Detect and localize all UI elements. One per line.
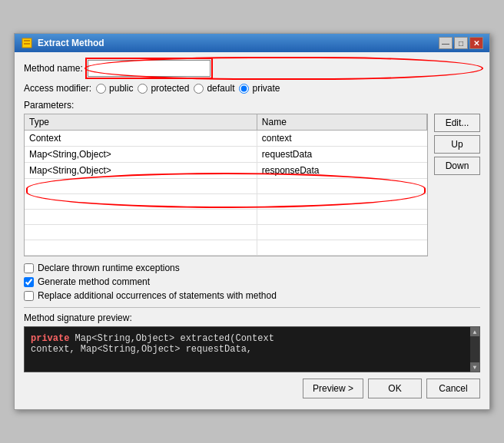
generate-comment-checkbox[interactable] <box>24 277 34 287</box>
row1-type: Context <box>25 131 257 147</box>
declare-exceptions-row: Declare thrown runtime exceptions <box>24 263 480 273</box>
svg-rect-2 <box>24 43 30 45</box>
up-button[interactable]: Up <box>434 135 480 154</box>
down-button[interactable]: Down <box>434 157 480 175</box>
cancel-button[interactable]: Cancel <box>426 379 480 398</box>
row2-type: Map<String,Object> <box>25 147 257 163</box>
table-side-buttons: Edit... Up Down <box>434 114 480 256</box>
table-row[interactable]: Map<String,Object> responseData <box>25 163 427 179</box>
ok-button[interactable]: OK <box>368 379 422 398</box>
preview-button[interactable]: Preview > <box>303 379 363 398</box>
access-protected-radio[interactable] <box>138 84 148 94</box>
signature-line1-rest: Map<String,Object> extracted(Context <box>69 333 274 344</box>
scroll-up-arrow[interactable]: ▲ <box>470 327 479 336</box>
table-row-empty <box>25 179 427 194</box>
access-public-option[interactable]: public <box>96 83 133 94</box>
name-column-header: Name <box>257 114 426 131</box>
row2-name: requestData <box>257 147 426 163</box>
method-name-input[interactable] <box>88 60 211 77</box>
title-button-group: — □ ✕ <box>439 37 483 49</box>
table-row-empty <box>25 240 427 256</box>
dialog-icon <box>21 37 33 49</box>
access-private-label: private <box>252 83 280 94</box>
declare-exceptions-checkbox[interactable] <box>24 263 34 273</box>
dialog-title: Extract Method <box>38 38 104 48</box>
minimize-button[interactable]: — <box>439 37 453 49</box>
generate-comment-row: Generate method comment <box>24 276 480 287</box>
access-modifier-label: Access modifier: <box>24 83 91 94</box>
access-private-option[interactable]: private <box>239 83 280 94</box>
row1-name: context <box>257 131 426 147</box>
signature-scrollbar[interactable]: ▲ ▼ <box>470 327 479 372</box>
svg-rect-1 <box>24 40 30 41</box>
type-column-header: Type <box>25 114 257 131</box>
divider <box>24 307 480 308</box>
access-public-radio[interactable] <box>96 84 106 94</box>
maximize-button[interactable]: □ <box>454 37 468 49</box>
generate-comment-label[interactable]: Generate method comment <box>38 276 150 287</box>
table-row[interactable]: Context context <box>25 131 427 147</box>
signature-line2: context, Map<String,Object> requestData, <box>31 344 473 355</box>
title-bar[interactable]: Extract Method — □ ✕ <box>15 34 489 52</box>
signature-line1: private Map<String,Object> extracted(Con… <box>31 333 473 344</box>
access-default-label: default <box>207 83 234 94</box>
dialog-body: Method name: Access modifier: public pro… <box>15 52 489 409</box>
close-button[interactable]: ✕ <box>469 37 483 49</box>
access-protected-option[interactable]: protected <box>138 83 189 94</box>
table-row-empty <box>25 194 427 210</box>
signature-label: Method signature preview: <box>24 312 480 323</box>
table-row-empty <box>25 210 427 225</box>
replace-occurrences-label[interactable]: Replace additional occurrences of statem… <box>38 290 277 301</box>
replace-occurrences-row: Replace additional occurrences of statem… <box>24 290 480 301</box>
table-body: Context context Map<String,Object> reque… <box>25 131 427 256</box>
method-name-label: Method name: <box>24 63 83 74</box>
extract-method-dialog: Extract Method — □ ✕ Method name: Access… <box>14 33 490 410</box>
row3-type: Map<String,Object> <box>25 163 257 179</box>
table-header-row: Type Name <box>25 114 427 131</box>
access-public-label: public <box>109 83 133 94</box>
edit-button[interactable]: Edit... <box>434 114 480 132</box>
scroll-down-arrow[interactable]: ▼ <box>470 362 479 372</box>
row3-name: responseData <box>257 163 426 179</box>
table-row[interactable]: Map<String,Object> requestData <box>25 147 427 163</box>
declare-exceptions-label[interactable]: Declare thrown runtime exceptions <box>38 263 180 273</box>
signature-line2-text: context, Map<String,Object> requestData, <box>31 344 252 355</box>
footer-buttons: Preview > OK Cancel <box>24 372 480 402</box>
access-protected-label: protected <box>151 83 189 94</box>
table-row-empty <box>25 225 427 240</box>
parameters-table: Type Name Context context Map<String,Obj… <box>25 114 427 256</box>
parameters-table-container: Type Name Context context Map<String,Obj… <box>24 114 428 256</box>
method-name-wrapper <box>88 60 480 77</box>
parameters-area: Type Name Context context Map<String,Obj… <box>24 114 480 256</box>
checkboxes-area: Declare thrown runtime exceptions Genera… <box>24 263 480 301</box>
access-modifier-row: Access modifier: public protected defaul… <box>24 83 480 94</box>
signature-preview: private Map<String,Object> extracted(Con… <box>24 326 480 372</box>
access-private-radio[interactable] <box>239 84 249 94</box>
parameters-label: Parameters: <box>24 100 480 111</box>
method-name-row: Method name: <box>24 60 480 77</box>
signature-keyword: private <box>31 333 69 344</box>
access-default-option[interactable]: default <box>194 83 234 94</box>
access-default-radio[interactable] <box>194 84 204 94</box>
replace-occurrences-checkbox[interactable] <box>24 291 34 301</box>
